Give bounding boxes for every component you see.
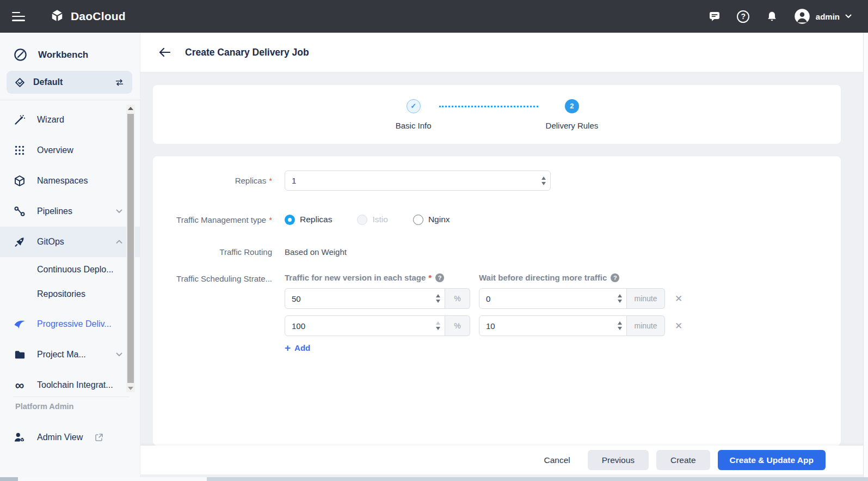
username: admin bbox=[816, 12, 840, 21]
add-stage-button[interactable]: + Add bbox=[285, 343, 682, 353]
sidebar-item-namespaces[interactable]: Namespaces bbox=[0, 166, 140, 196]
minute-unit: minute bbox=[627, 288, 665, 309]
step-down-icon[interactable] bbox=[618, 327, 622, 330]
required-asterisk: * bbox=[269, 215, 272, 224]
help-tooltip-icon[interactable]: ? bbox=[611, 273, 619, 282]
stage-traffic-group: % bbox=[285, 288, 470, 309]
wait-time-group: minute bbox=[479, 288, 665, 309]
page-header: Create Canary Delivery Job bbox=[140, 33, 868, 72]
number-stepper[interactable] bbox=[613, 321, 626, 330]
step-up-icon[interactable] bbox=[618, 294, 622, 297]
replicas-stepper[interactable] bbox=[537, 176, 550, 185]
step-delivery-rules[interactable]: 2 Delivery Rules bbox=[546, 99, 599, 130]
switch-workspace-icon[interactable] bbox=[114, 77, 125, 88]
avatar bbox=[794, 8, 810, 25]
help-tooltip-icon[interactable]: ? bbox=[435, 273, 444, 282]
plus-icon: + bbox=[285, 343, 291, 353]
sidebar-item-continuous-deployment[interactable]: Continuous Deplo... bbox=[0, 257, 140, 282]
create-button[interactable]: Create bbox=[656, 450, 710, 470]
wand-icon bbox=[13, 113, 26, 126]
workspace-selector[interactable]: Default bbox=[7, 71, 132, 94]
wait-time-input[interactable] bbox=[479, 294, 613, 303]
previous-button[interactable]: Previous bbox=[588, 450, 649, 470]
step-down-icon[interactable] bbox=[436, 300, 440, 303]
number-stepper[interactable] bbox=[613, 294, 626, 303]
wait-time-input[interactable] bbox=[479, 321, 613, 331]
traffic-management-label: Traffic Management type* bbox=[153, 215, 272, 224]
chat-icon[interactable] bbox=[707, 9, 722, 23]
required-asterisk: * bbox=[269, 176, 272, 185]
replicas-input-box bbox=[285, 171, 551, 191]
menu-icon[interactable] bbox=[12, 12, 25, 21]
sidebar-item-repositories[interactable]: Repositories bbox=[0, 282, 140, 306]
stage-traffic-input[interactable] bbox=[285, 294, 432, 303]
back-button[interactable] bbox=[158, 47, 170, 58]
horizontal-scrollbar-thumb[interactable] bbox=[18, 477, 207, 481]
stepper-card: ✓ Basic Info 2 Delivery Rules bbox=[153, 85, 841, 144]
sidebar-item-overview[interactable]: Overview bbox=[0, 135, 140, 166]
admin-view-label: Admin View bbox=[37, 433, 83, 442]
infinity-icon: ∞ bbox=[13, 381, 26, 389]
step-up-icon[interactable] bbox=[436, 321, 440, 325]
radio-replicas[interactable]: Replicas bbox=[285, 215, 332, 225]
add-label: Add bbox=[294, 343, 310, 352]
radio-nginx[interactable]: Nginx bbox=[413, 215, 450, 225]
user-menu[interactable]: admin bbox=[794, 8, 852, 25]
sidebar-item-workbench[interactable]: Workbench bbox=[0, 33, 140, 62]
sidebar-item-toolchain-integration[interactable]: ∞ Toolchain Integrat... bbox=[0, 370, 140, 400]
wait-time-input-box bbox=[479, 288, 627, 309]
nav-label: Wizard bbox=[37, 115, 64, 125]
admin-user-icon bbox=[13, 431, 26, 444]
replicas-input[interactable] bbox=[285, 176, 537, 185]
topbar: DaoCloud ? bbox=[0, 0, 868, 33]
sidebar-item-pipelines[interactable]: Pipelines bbox=[0, 196, 140, 227]
step-down-icon[interactable] bbox=[541, 182, 546, 185]
workbench-icon bbox=[13, 47, 28, 62]
scheduling-row: Traffic Scheduling Strate... Traffic for… bbox=[153, 273, 841, 353]
step-up-icon[interactable] bbox=[618, 321, 622, 325]
step-basic-info[interactable]: ✓ Basic Info bbox=[396, 99, 432, 130]
create-update-app-button[interactable]: Create & Update App bbox=[718, 450, 826, 470]
number-stepper[interactable] bbox=[432, 294, 445, 303]
sidebar-item-wizard[interactable]: Wizard bbox=[0, 105, 140, 135]
step-connector bbox=[439, 106, 538, 107]
stage-row-1: % minute ✕ bbox=[285, 288, 682, 309]
step-up-icon[interactable] bbox=[436, 294, 440, 297]
traffic-management-row: Traffic Management type* Replicas Istio … bbox=[153, 214, 841, 226]
traffic-management-options: Replicas Istio Nginx bbox=[285, 214, 475, 226]
sidebar-item-progressive-delivery[interactable]: Progressive Deliv... bbox=[0, 309, 140, 339]
nav-label: GitOps bbox=[37, 237, 64, 247]
sidebar-item-gitops[interactable]: GitOps bbox=[0, 227, 140, 257]
nav-label: Pipelines bbox=[37, 206, 72, 216]
nav-label: Project Ma... bbox=[37, 350, 86, 360]
traffic-routing-label: Traffic Routing bbox=[153, 247, 272, 257]
sidebar-item-admin-view[interactable]: Admin View bbox=[0, 425, 140, 450]
step-down-icon[interactable] bbox=[618, 300, 622, 303]
sidebar: Workbench Default bbox=[0, 33, 140, 481]
cancel-button[interactable]: Cancel bbox=[538, 450, 575, 470]
number-stepper[interactable] bbox=[432, 321, 445, 330]
remove-row-icon[interactable]: ✕ bbox=[675, 294, 682, 303]
stage-traffic-group: % bbox=[285, 315, 470, 336]
bell-icon[interactable] bbox=[765, 9, 779, 23]
stage-traffic-input[interactable] bbox=[285, 321, 432, 331]
sidebar-item-project-management[interactable]: Project Ma... bbox=[0, 339, 140, 370]
chevron-down-icon bbox=[845, 14, 852, 19]
remove-row-icon[interactable]: ✕ bbox=[675, 321, 682, 331]
brand[interactable]: DaoCloud bbox=[49, 8, 126, 25]
chevron-down-icon bbox=[116, 209, 122, 214]
step-up-icon[interactable] bbox=[541, 176, 546, 180]
scrollbar-thumb[interactable] bbox=[127, 114, 134, 383]
scroll-up-arrow[interactable] bbox=[128, 107, 133, 110]
rocket-icon bbox=[13, 235, 26, 248]
radio-selected-icon bbox=[285, 215, 295, 225]
step-label: Basic Info bbox=[396, 121, 432, 130]
step-down-icon[interactable] bbox=[436, 327, 440, 330]
help-icon[interactable]: ? bbox=[736, 9, 750, 23]
form-card: Replicas* Traffic Management type* Repli… bbox=[153, 156, 841, 446]
footer-actions: Cancel Previous Create Create & Update A… bbox=[140, 446, 868, 474]
chevron-up-icon bbox=[116, 240, 122, 244]
scroll-down-arrow[interactable] bbox=[128, 387, 133, 390]
replicas-label: Replicas* bbox=[153, 176, 272, 185]
grid-icon bbox=[13, 144, 26, 156]
